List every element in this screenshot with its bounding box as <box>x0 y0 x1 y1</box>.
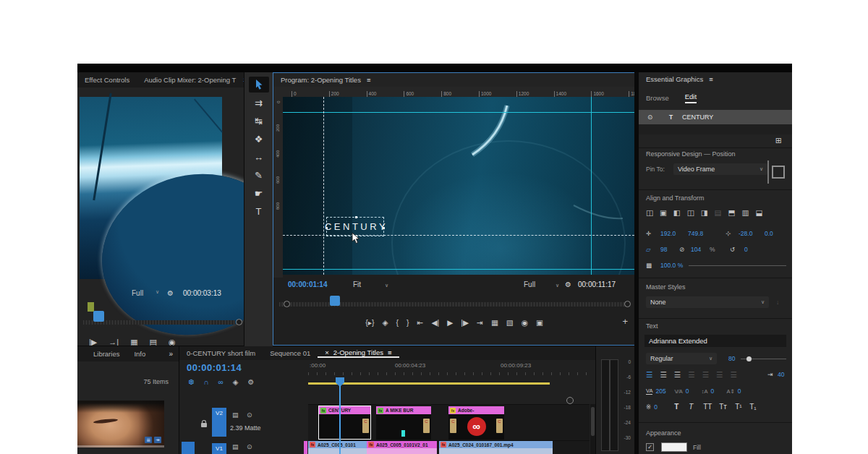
tab-sequence-01[interactable]: Sequence 01 <box>263 349 318 357</box>
master-style-dropdown[interactable]: None ∨ <box>646 296 769 308</box>
subscript-button[interactable]: T₁ <box>749 403 756 411</box>
settings-wrench-icon[interactable]: ⚙ <box>167 289 174 297</box>
clip-century[interactable]: fx CENTURY C <box>318 406 371 440</box>
clip-adobe[interactable]: fx Adobe- C ∞ C <box>448 406 504 440</box>
justify-all-icon[interactable]: ☰ <box>731 370 737 379</box>
program-title[interactable]: Program: 2-Opening Titles <box>281 76 361 84</box>
transform-handle[interactable] <box>383 227 385 229</box>
selection-tool[interactable] <box>249 77 269 93</box>
cyan-guide-horizontal-top[interactable] <box>283 112 634 113</box>
pin-to-dropdown[interactable]: Video Frame ∨ <box>673 163 767 175</box>
justify-last-left-icon[interactable]: ☰ <box>688 370 694 379</box>
opacity-slider[interactable] <box>689 265 786 266</box>
snap-icon[interactable]: ∩ <box>203 378 208 386</box>
fill-checkbox[interactable]: ✓ <box>646 443 654 451</box>
playback-resolution-dropdown[interactable]: Full <box>524 280 535 288</box>
align-text-left-icon[interactable]: ☰ <box>646 370 652 379</box>
panel-menu-icon[interactable]: ≡ <box>367 76 371 84</box>
tab-browse[interactable]: Browse <box>646 94 669 102</box>
faux-bold-button[interactable]: T <box>674 403 689 411</box>
align-center-vertical-icon[interactable]: ▥ <box>741 208 749 217</box>
track-output-icon[interactable]: ▤ <box>232 411 239 419</box>
layer-row-century[interactable]: ⊙ T CENTURY <box>639 110 792 124</box>
step-back-icon[interactable]: ◀| <box>431 318 439 327</box>
align-bottom-icon[interactable]: ⬓ <box>755 208 762 217</box>
align-right-icon[interactable]: ◨ <box>701 208 708 217</box>
leading-value[interactable]: 40 <box>778 371 784 378</box>
title-overlay-text[interactable]: CENTURY <box>323 221 388 232</box>
work-area-bar[interactable] <box>308 382 550 385</box>
track-v2-lane[interactable]: fx CENTURY C fx A MIKE BUR C <box>308 404 590 440</box>
clip-a025-c005-0101[interactable]: fx A025_C005_0101 <box>308 441 367 454</box>
tab-libraries[interactable]: Libraries <box>77 350 127 358</box>
slip-tool[interactable]: ↔ <box>254 152 263 163</box>
small-caps-button[interactable]: Tᴛ <box>719 403 735 411</box>
align-text-center-icon[interactable]: ☰ <box>660 370 666 379</box>
timeline-vertical-scrollbar[interactable] <box>590 404 595 454</box>
panel-overflow-icon[interactable]: » <box>169 350 179 358</box>
eye-icon[interactable]: ⊙ <box>647 113 669 121</box>
transform-handle[interactable] <box>326 227 328 229</box>
font-size-slider[interactable] <box>741 359 786 359</box>
faux-italic-button[interactable]: T <box>689 403 703 411</box>
align-top-icon[interactable]: ⬒ <box>728 208 736 217</box>
program-playhead[interactable] <box>330 296 340 306</box>
justify-last-right-icon[interactable]: ☰ <box>716 370 723 379</box>
add-marker-icon[interactable]: ◈ <box>382 318 388 327</box>
clip-thumbnail[interactable]: ≣↠ <box>77 401 164 447</box>
scrubber-track[interactable] <box>83 320 235 325</box>
scrubber-knob[interactable] <box>236 319 242 325</box>
panel-title[interactable]: Essential Graphics <box>646 75 703 83</box>
program-scrubber[interactable] <box>275 296 634 309</box>
align-text-right-icon[interactable]: ☰ <box>674 370 681 379</box>
track-v1-target[interactable]: V1 <box>212 443 226 454</box>
kerning-value[interactable]: 0 <box>686 387 702 395</box>
track-v1-lane[interactable]: fx A025_C005_0101 fx A025_C005_0101V2_01… <box>308 440 590 454</box>
tab-info[interactable]: Info <box>127 350 153 358</box>
tab-opening-titles[interactable]: × 2-Opening Titles ≡ <box>318 348 399 358</box>
export-frame-icon[interactable]: ◉ <box>169 338 176 346</box>
timeline-timecode[interactable]: 00:00:01:14 <box>187 362 242 373</box>
source-scrubber[interactable] <box>79 315 242 327</box>
panel-overflow-icon[interactable]: » <box>243 76 244 84</box>
source-playhead[interactable] <box>93 311 104 322</box>
link-scale-icon[interactable]: ⊘ <box>679 246 691 253</box>
settings-wrench-icon[interactable]: ⚙ <box>565 280 571 288</box>
eye-icon[interactable]: ⊙ <box>247 443 252 450</box>
anchor-x-value[interactable]: -28.0 <box>739 230 765 237</box>
panel-menu-icon[interactable]: ≡ <box>388 348 392 356</box>
play-in-to-out-icon[interactable]: {▸} <box>365 318 374 327</box>
fill-color-swatch[interactable] <box>661 442 687 452</box>
go-to-in-icon[interactable]: ⇤ <box>417 318 424 327</box>
clip-a-mike-bur[interactable]: fx A MIKE BUR C <box>376 406 431 440</box>
scrubber-knob[interactable] <box>624 301 631 307</box>
align-to-video-frame-icon[interactable]: ◫ <box>646 208 653 217</box>
font-style-dropdown[interactable]: Regular ∨ <box>646 353 717 364</box>
source-patch-v1[interactable] <box>182 442 195 454</box>
tab-sequence-century-short-film[interactable]: 0-CENTURY short film <box>179 349 263 357</box>
leading-alt-value[interactable]: 0 <box>710 387 726 395</box>
transform-handle[interactable] <box>355 216 357 218</box>
position-x-value[interactable]: 192.0 <box>660 230 688 237</box>
font-family-field[interactable]: Adrianna Extended <box>644 335 786 347</box>
ripple-edit-tool[interactable]: ↹ <box>255 116 263 127</box>
justify-last-center-icon[interactable]: ☰ <box>702 370 709 379</box>
pin-position-widget[interactable] <box>767 160 788 184</box>
baseline-shift-value[interactable]: 0 <box>738 387 741 395</box>
new-layer-icon[interactable]: ⊞ <box>775 136 782 145</box>
track-lock-icon[interactable] <box>201 417 207 430</box>
align-left-icon[interactable]: ◧ <box>673 208 681 217</box>
anchor-y-value[interactable]: 0.0 <box>765 230 773 237</box>
timeline-settings-icon[interactable]: ⚙ <box>247 378 254 386</box>
hand-tool[interactable]: ☛ <box>255 188 263 200</box>
razor-tool[interactable]: ❖ <box>255 134 263 145</box>
scale-height-value[interactable]: 104 <box>691 246 710 253</box>
scrubber-knob[interactable] <box>284 301 290 307</box>
close-icon[interactable]: × <box>325 348 329 356</box>
type-tool[interactable]: T <box>256 206 262 218</box>
opacity-value[interactable]: 100.0 % <box>660 262 683 269</box>
pen-tool[interactable]: ✎ <box>255 170 263 181</box>
push-style-icon[interactable]: ↓ <box>776 299 779 306</box>
track-output-icon[interactable]: ▤ <box>232 443 239 450</box>
tab-edit[interactable]: Edit <box>685 93 697 103</box>
